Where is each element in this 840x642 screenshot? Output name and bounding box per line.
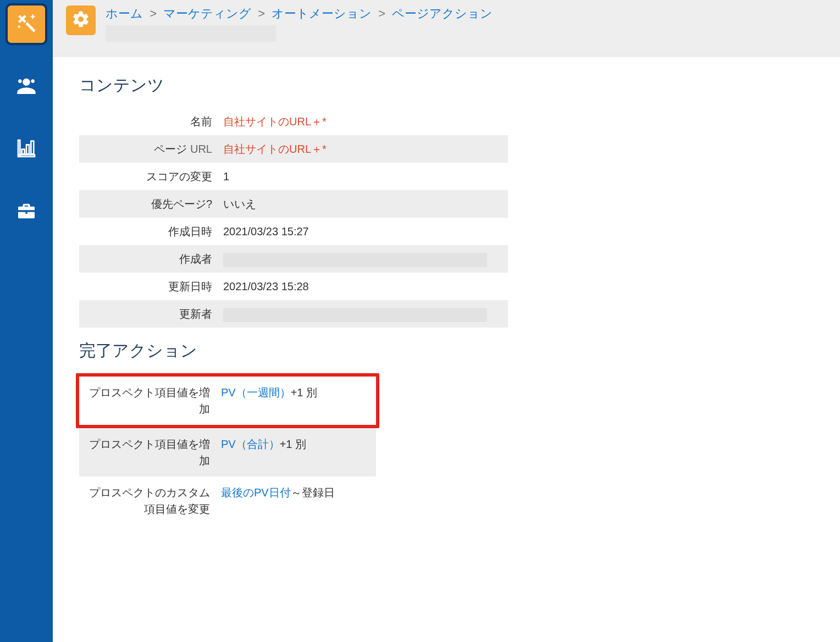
people-icon [15,75,37,99]
row-page-url: ページ URL 自社サイトのURL＋* [79,135,508,163]
action-row: プロスペクト項目値を増加 PV（一週間）+1 別 [79,377,376,425]
value-priority: いいえ [223,196,502,212]
action-value: 最後のPV日付～登録日 [221,484,371,501]
action-value: PV（一週間）+1 別 [221,384,371,401]
action-label: プロスペクトのカスタム項目値を変更 [89,484,221,517]
label-updater: 更新者 [85,306,223,322]
action-link[interactable]: 最後のPV日付 [221,486,291,499]
sidebar-item-people[interactable] [8,68,45,106]
label-updated-at: 更新日時 [85,278,223,295]
row-updater: 更新者 [79,300,508,328]
briefcase-icon [15,200,37,225]
sidebar [0,0,53,642]
breadcrumb-sep: > [146,7,160,20]
topbar: ホーム > マーケティング > オートメーション > ページアクション [53,0,840,57]
label-name: 名前 [85,113,223,130]
breadcrumb-sep: > [375,7,389,20]
row-score: スコアの変更 1 [79,163,508,190]
creator-placeholder [223,253,487,267]
row-created-at: 作成日時 2021/03/23 15:27 [79,218,508,245]
value-created-at: 2021/03/23 15:27 [223,223,502,240]
value-name: 自社サイトのURL＋* [223,113,502,130]
label-created-at: 作成日時 [85,223,223,240]
row-creator: 作成者 [79,245,508,273]
label-score: スコアの変更 [85,168,223,185]
value-updater [223,306,502,322]
label-priority: 優先ページ? [85,196,223,212]
page-title-placeholder [106,25,276,42]
breadcrumb: ホーム > マーケティング > オートメーション > ページアクション [106,5,829,22]
action-link[interactable]: PV（一週間） [221,386,291,399]
action-suffix: ～登録日 [291,486,335,499]
value-score: 1 [223,168,502,185]
content: コンテンツ 名前 自社サイトのURL＋* ページ URL 自社サイトのURL＋*… [53,57,840,547]
main: ホーム > マーケティング > オートメーション > ページアクション コンテン… [53,0,840,642]
action-label: プロスペクト項目値を増加 [89,436,221,469]
breadcrumb-home[interactable]: ホーム [106,7,143,20]
breadcrumb-marketing[interactable]: マーケティング [163,7,251,20]
wand-icon [15,12,37,37]
sidebar-item-briefcase[interactable] [8,193,45,231]
section-title-content: コンテンツ [79,74,818,97]
gear-icon [71,10,90,31]
value-creator [223,251,502,267]
breadcrumb-automation[interactable]: オートメーション [272,7,372,20]
actions-table: プロスペクト項目値を増加 PV（一週間）+1 別 プロスペクト項目値を増加 PV… [79,373,376,525]
action-label: プロスペクト項目値を増加 [89,384,221,417]
row-priority: 優先ページ? いいえ [79,190,508,218]
row-name: 名前 自社サイトのURL＋* [79,108,508,135]
topbar-content: ホーム > マーケティング > オートメーション > ページアクション [106,5,829,42]
value-updated-at: 2021/03/23 15:28 [223,278,502,295]
highlight-box: プロスペクト項目値を増加 PV（一週間）+1 別 [76,373,379,428]
action-row: プロスペクトのカスタム項目値を変更 最後のPV日付～登録日 [79,477,376,525]
action-link[interactable]: PV（合計） [221,438,280,450]
breadcrumb-sep: > [255,7,268,20]
label-creator: 作成者 [85,251,223,267]
value-page-url: 自社サイトのURL＋* [223,141,502,157]
action-row: プロスペクト項目値を増加 PV（合計）+1 別 [79,428,376,477]
action-suffix: +1 別 [280,438,306,450]
updater-placeholder [223,308,487,322]
label-page-url: ページ URL [85,141,223,157]
action-suffix: +1 別 [291,386,317,399]
row-updated-at: 更新日時 2021/03/23 15:28 [79,273,508,300]
sidebar-item-chart[interactable] [8,131,45,168]
breadcrumb-page-action[interactable]: ページアクション [392,7,493,20]
action-value: PV（合計）+1 別 [221,436,371,452]
section-title-actions: 完了アクション [79,340,818,362]
sidebar-item-wand[interactable] [8,5,45,43]
content-table: 名前 自社サイトのURL＋* ページ URL 自社サイトのURL＋* スコアの変… [79,108,508,328]
settings-button[interactable] [66,5,96,35]
chart-icon [15,137,37,162]
